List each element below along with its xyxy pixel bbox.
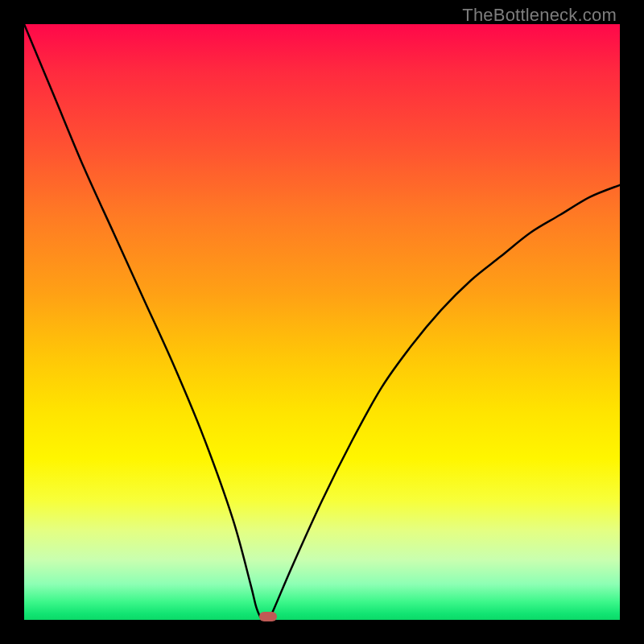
plot-area — [24, 24, 620, 620]
optimal-marker — [259, 612, 277, 621]
bottleneck-curve — [24, 24, 620, 620]
chart-frame: TheBottleneck.com — [0, 0, 644, 644]
watermark-text: TheBottleneck.com — [462, 5, 617, 26]
